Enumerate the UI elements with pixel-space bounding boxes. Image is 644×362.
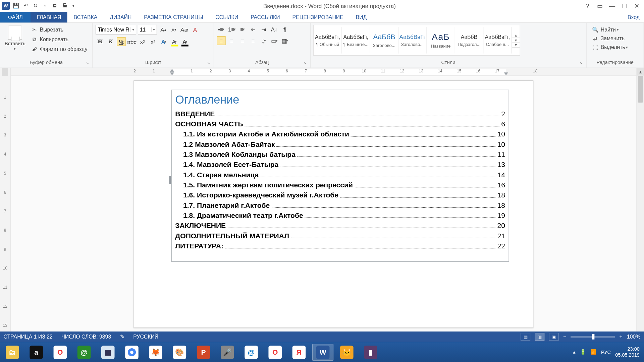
status-language[interactable]: РУССКИЙ	[133, 334, 158, 340]
styles-up-icon[interactable]: ▴	[512, 33, 520, 38]
zoom-level[interactable]: 100%	[627, 334, 640, 340]
first-line-indent-marker[interactable]	[170, 69, 174, 72]
task-amazon[interactable]: a	[25, 344, 47, 360]
redo-icon[interactable]: ↻	[32, 2, 39, 9]
style-item[interactable]: АаБбВвГг,¶ Без инте...	[342, 27, 370, 53]
scroll-up-icon[interactable]: ▲	[637, 68, 644, 75]
tab-разметка страницы[interactable]: РАЗМЕТКА СТРАНИЦЫ	[138, 12, 209, 23]
zoom-in-icon[interactable]: +	[620, 334, 623, 340]
sort-button[interactable]: A↓	[270, 25, 278, 34]
format-painter-button[interactable]: 🖌Формат по образцу	[30, 45, 89, 53]
task-mic[interactable]: 🎤	[217, 344, 238, 360]
copy-button[interactable]: ⧉Копировать	[30, 35, 89, 43]
paste-button[interactable]: Вставить ▾	[3, 24, 28, 51]
sign-in-link[interactable]: Вход	[623, 12, 644, 23]
vertical-ruler[interactable]: 12345678910111213	[0, 68, 11, 351]
increase-indent-button[interactable]: ⇥	[259, 25, 268, 34]
close-icon[interactable]: ✕	[633, 2, 641, 9]
toc-entry[interactable]: 1.4. Мавзолей Есет-Батыра13	[175, 161, 505, 169]
task-winrar[interactable]: ▮	[360, 344, 381, 360]
bold-button[interactable]: Ж	[96, 37, 104, 46]
task-yandex[interactable]: Я	[288, 344, 310, 360]
strike-button[interactable]: abc	[127, 37, 136, 46]
open-icon[interactable]: 🗎	[51, 2, 58, 9]
hanging-indent-marker[interactable]	[170, 72, 174, 75]
tab-вставка[interactable]: ВСТАВКА	[67, 12, 104, 23]
task-chrome[interactable]	[121, 344, 142, 360]
horizontal-ruler[interactable]: 21123456789101112131415161718	[11, 68, 644, 76]
save-icon[interactable]: 💾	[12, 2, 19, 9]
tab-главная[interactable]: ГЛАВНАЯ	[31, 12, 67, 23]
superscript-button[interactable]: x2	[149, 37, 157, 46]
justify-button[interactable]: ≡	[249, 36, 257, 45]
status-words[interactable]: ЧИСЛО СЛОВ: 9893	[61, 334, 111, 340]
toc-entry[interactable]: ЗАКЛЮЧЕНИЕ20	[175, 222, 505, 230]
clear-format-button[interactable]: A	[191, 25, 199, 34]
tab-рецензирование[interactable]: РЕЦЕНЗИРОВАНИЕ	[286, 12, 350, 23]
scrollbar-thumb[interactable]	[638, 76, 643, 103]
tray-clock[interactable]: 23:00 05.05.2019	[615, 346, 640, 358]
style-item[interactable]: АаБбВвГг,Слабое в...	[483, 27, 512, 53]
right-indent-marker[interactable]	[504, 72, 508, 75]
font-launcher-icon[interactable]: ↘	[207, 61, 210, 65]
numbering-button[interactable]: 1≡▾	[227, 25, 236, 34]
print-icon[interactable]: 🖶	[61, 2, 68, 9]
grow-font-button[interactable]: A▴	[159, 25, 167, 34]
status-proofing-icon[interactable]: ✎	[120, 334, 124, 340]
task-opera2[interactable]: O	[265, 344, 286, 360]
tab-дизайн[interactable]: ДИЗАЙН	[104, 12, 138, 23]
clipboard-launcher-icon[interactable]: ↘	[86, 61, 89, 65]
toc-entry[interactable]: 1.3 Мавзолей Кобланды батыра11	[175, 151, 505, 159]
shading-button[interactable]: ▭▾	[270, 36, 278, 45]
toc-entry[interactable]: 1.1. Из истории Актобе и Актюбинской обл…	[175, 130, 505, 138]
task-explorer[interactable]: 🗂	[2, 344, 23, 360]
toc-entry[interactable]: ЛИТЕРАТУРА:22	[175, 242, 505, 250]
task-powerpoint[interactable]: P	[193, 344, 214, 360]
task-outlook[interactable]: @	[240, 344, 262, 360]
qat-customize-icon[interactable]: ▾	[70, 2, 77, 9]
multilevel-button[interactable]: ≡▾	[238, 25, 247, 34]
styles-gallery[interactable]: АаБбВвГг,¶ ОбычныйАаБбВвГг,¶ Без инте...…	[313, 25, 520, 56]
toc-entry[interactable]: ДОПОЛНИТЕЛЬНЫЙ МАТЕРИАЛ21	[175, 232, 505, 240]
task-calculator[interactable]: ▦	[97, 344, 118, 360]
para-launcher-icon[interactable]: ↘	[303, 61, 307, 65]
print-layout-icon[interactable]: ▥	[535, 333, 545, 341]
styles-launcher-icon[interactable]: ↘	[579, 61, 583, 65]
highlight-button[interactable]: A▾	[170, 37, 178, 46]
replace-button[interactable]: ⇄Заменить	[591, 35, 629, 43]
minimize-icon[interactable]: —	[608, 2, 616, 9]
tray-lang[interactable]: РУС	[601, 349, 611, 355]
task-paint[interactable]: 🎨	[169, 344, 190, 360]
maximize-icon[interactable]: ☐	[620, 2, 629, 9]
subscript-button[interactable]: x2	[138, 37, 147, 46]
decrease-indent-button[interactable]: ⇤	[249, 25, 257, 34]
tray-battery-icon[interactable]: 🔋	[580, 349, 586, 355]
toc-entry[interactable]: 1.7. Планетарий г.Актобе18	[175, 201, 505, 209]
style-item[interactable]: АаБбВПодзагол...	[455, 27, 483, 53]
align-center-button[interactable]: ≡	[227, 36, 236, 45]
task-firefox[interactable]: 🦊	[145, 344, 166, 360]
toc-entry[interactable]: ОСНОВНАЯ ЧАСТЬ6	[175, 120, 505, 128]
task-mail-agent[interactable]: @	[73, 344, 95, 360]
zoom-out-icon[interactable]: −	[563, 334, 566, 340]
font-name-combo[interactable]: Times New R▾	[96, 25, 136, 35]
toc-entry[interactable]: ВВЕДЕНИЕ2	[175, 110, 505, 118]
read-mode-icon[interactable]: ▤	[521, 333, 530, 341]
style-item[interactable]: АаБбВвГг,¶ Обычный	[314, 27, 342, 53]
help-icon[interactable]: ?	[583, 2, 592, 9]
toc-entry[interactable]: 1.8. Драматический театр г.Актобе19	[175, 212, 505, 220]
toc-entry[interactable]: 1.4. Старая мельница14	[175, 171, 505, 179]
text-effects-button[interactable]: A▾	[159, 37, 168, 46]
bullets-button[interactable]: •≡▾	[217, 25, 225, 34]
toc-entry[interactable]: 1.5. Памятник жертвам политических репре…	[175, 181, 505, 189]
status-page[interactable]: СТРАНИЦА 1 ИЗ 22	[4, 334, 53, 340]
tray-network-icon[interactable]: 📶	[590, 349, 596, 355]
style-item[interactable]: АаБНазвание	[427, 27, 455, 53]
task-opera[interactable]: O	[50, 344, 71, 360]
show-marks-button[interactable]: ¶	[280, 25, 289, 34]
tab-рассылки[interactable]: РАССЫЛКИ	[245, 12, 286, 23]
undo-icon[interactable]: ↶	[22, 2, 29, 9]
vertical-scrollbar[interactable]: ▲ ▼	[637, 68, 644, 351]
ribbon-options-icon[interactable]: ▭	[595, 2, 604, 9]
tray-show-hidden-icon[interactable]: ▴	[573, 349, 576, 355]
